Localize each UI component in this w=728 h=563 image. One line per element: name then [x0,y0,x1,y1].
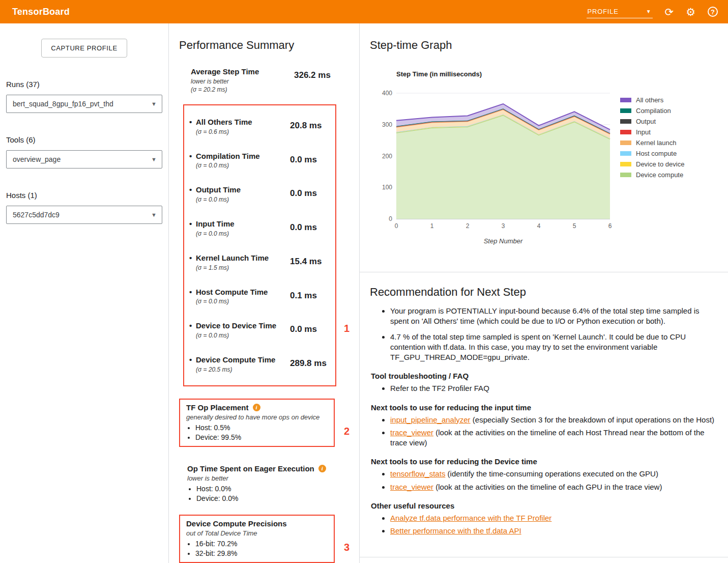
gear-icon[interactable]: ⚙ [686,7,695,17]
list-item: 32-bit: 29.8% [195,549,329,557]
list-item: Device: 0.0% [196,494,335,502]
reco-section-list: tensorflow_stats (identify the time-cons… [370,469,715,492]
reco-link[interactable]: trace_viewer [390,428,433,437]
legend-item: Kernel launch [620,137,684,148]
metric-value: 0.0 ms [290,152,317,170]
legend-label: All others [636,96,663,104]
metric-sigma: (σ = 20.2 ms) [191,86,294,93]
annotation-3: 3 [344,542,350,553]
legend-swatch [620,173,631,177]
bullet-icon: • [189,355,196,365]
summary-item: •Device to Device Time(σ = 0.0 ms)0.0 ms [184,313,335,347]
summary-item: •Device Compute Time(σ = 20.5 ms)289.8 m… [184,347,335,381]
legend-label: Device compute [636,171,683,179]
metric-value: 326.2 ms [294,67,331,93]
help-icon[interactable]: ? [708,7,718,17]
step-time-graph-title: Step-time Graph [370,39,728,52]
recommendation-intro-list: Your program is POTENTIALLY input-bound … [370,306,715,362]
legend-item: Output [620,116,684,127]
tf-op-placement-title: TF Op Placement [186,403,249,412]
step-time-chart: 01002003004000123456Step Time (in millis… [377,65,618,246]
chevron-down-icon: ▼ [151,101,157,107]
list-item: Host: 0.0% [196,485,335,493]
svg-text:6: 6 [608,222,612,230]
legend-swatch [620,119,631,124]
precisions-subtitle: out of Total Device Time [186,529,329,537]
svg-text:300: 300 [382,121,392,128]
precisions-title: Device Compute Precisions [186,519,287,528]
reco-link[interactable]: tensorflow_stats [390,469,445,478]
tf-op-placement-box: TF Op Placement i generally desired to h… [179,399,335,447]
reco-link[interactable]: Better performance with the tf.data API [390,526,521,535]
summary-item: •Host Compute Time(σ = 0.0 ms)0.1 ms [184,279,335,314]
hosts-select-value: 5627c5dd7dc9 [13,211,60,219]
metric-value: 0.0 ms [290,321,317,339]
metric-label: Average Step Time [191,67,294,77]
chart-area: 01002003004000123456Step Time (in millis… [370,65,728,246]
summary-item: •Output Time(σ = 0.0 ms)0.0 ms [184,177,335,211]
legend-label: Kernel launch [636,139,677,147]
svg-text:400: 400 [382,90,392,97]
reload-icon[interactable]: ⟳ [665,7,674,17]
svg-text:0: 0 [395,222,398,230]
app-header: TensorBoard PROFILE ▼ ⟳ ⚙ ? [0,0,728,23]
eager-list: Host: 0.0%Device: 0.0% [187,485,335,502]
chevron-down-icon: ▼ [151,156,157,162]
bullet-icon: • [189,219,196,229]
svg-text:4: 4 [537,222,541,230]
metric-value: 0.0 ms [290,185,317,203]
tools-select-value: overview_page [13,155,61,163]
metric-value: 289.8 ms [290,355,327,373]
bullet-icon: • [189,185,196,195]
summary-item: •All Others Time(σ = 0.6 ms)20.8 ms [184,109,335,144]
annotation-1: 1 [344,323,350,334]
reco-section-heading: Other useful resources [371,501,715,510]
info-icon[interactable]: i [253,404,260,411]
reco-link[interactable]: trace_viewer [390,483,433,491]
legend-swatch [620,140,631,145]
runs-select[interactable]: bert_squad_8gpu_fp16_pvt_thd ▼ [6,95,162,113]
bullet-icon: • [189,288,196,297]
metric-value: 20.8 ms [290,118,322,135]
runs-label: Runs (37) [6,80,162,89]
legend-swatch [620,162,631,166]
tools-select[interactable]: overview_page ▼ [6,150,162,168]
reco-section-list: Analyze tf.data performance with the TF … [370,513,715,537]
legend-label: Output [636,118,656,125]
svg-text:0: 0 [389,215,392,222]
main-content: CAPTURE PROFILE Runs (37) bert_squad_8gp… [0,23,728,563]
tf-op-placement-subtitle: generally desired to have more ops on de… [186,413,329,421]
svg-text:2: 2 [466,222,470,230]
reco-link[interactable]: Analyze tf.data performance with the TF … [390,514,551,522]
summary-item: •Compilation Time(σ = 0.0 ms)0.0 ms [184,144,335,178]
legend-swatch [620,98,631,102]
device-precisions-box: Device Compute Precisions out of Total D… [179,515,335,563]
list-item: 4.7 % of the total step time sampled is … [390,332,715,363]
dashboard-selector-value: PROFILE [588,8,619,15]
eager-title: Op Time Spent on Eager Execution [187,464,314,473]
average-step-time: Average Step Time lower is better (σ = 2… [179,67,359,93]
metric-note: lower is better [191,78,294,85]
hosts-select[interactable]: 5627c5dd7dc9 ▼ [6,206,162,224]
reco-link[interactable]: input_pipeline_analyzer [390,415,471,424]
eager-subtitle: lower is better [187,474,335,482]
legend-label: Host compute [636,150,677,157]
metric-value: 15.4 ms [290,254,322,271]
dashboard-selector[interactable]: PROFILE ▼ [587,6,653,18]
info-icon[interactable]: i [318,465,326,472]
legend-label: Compilation [636,107,671,115]
chevron-down-icon: ▼ [151,212,157,218]
legend-swatch [620,108,631,113]
header-controls: PROFILE ▼ ⟳ ⚙ ? [587,6,718,18]
list-item: 16-bit: 70.2% [195,540,329,548]
capture-profile-button[interactable]: CAPTURE PROFILE [41,39,127,58]
reco-section-heading: Next tools to use for reducing the input… [371,403,715,412]
sidebar: CAPTURE PROFILE Runs (37) bert_squad_8gp… [0,23,169,563]
list-item: Host: 0.5% [195,424,329,432]
tools-field: Tools (6) overview_page ▼ [6,135,162,168]
bullet-icon: • [189,321,196,331]
legend-item: Compilation [620,105,684,116]
legend-swatch [620,151,631,156]
reco-section-heading: Tool troubleshooting / FAQ [371,372,715,380]
legend-item: Device compute [620,170,684,180]
